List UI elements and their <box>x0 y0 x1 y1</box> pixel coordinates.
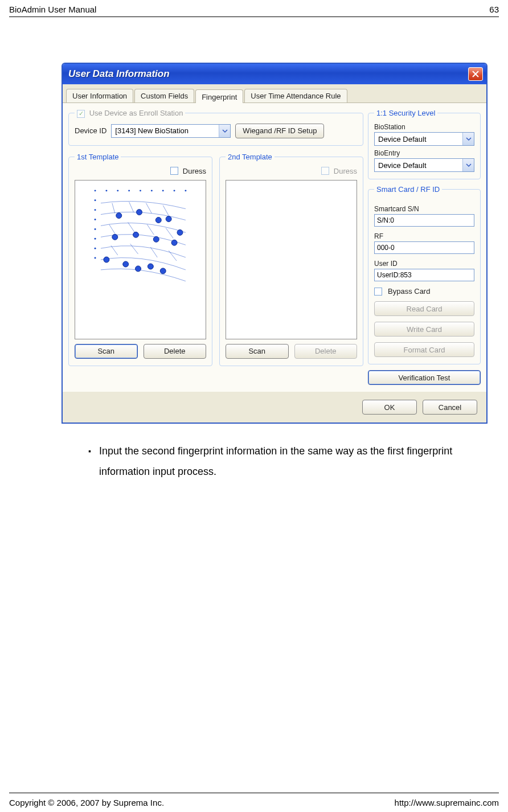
svg-point-11 <box>95 219 96 220</box>
read-card-button: Read Card <box>374 301 474 316</box>
svg-point-1 <box>105 190 107 191</box>
template1-delete-button[interactable]: Delete <box>144 344 207 359</box>
bioentry-value: Device Default <box>378 161 427 170</box>
security-legend: 1:1 Security Level <box>374 109 437 117</box>
svg-point-18 <box>155 217 161 223</box>
tab-custom-fields[interactable]: Custom Fields <box>134 89 194 102</box>
svg-point-25 <box>136 265 141 271</box>
userid-label: User ID <box>374 260 474 268</box>
svg-point-13 <box>95 237 96 239</box>
svg-point-29 <box>177 229 183 235</box>
svg-point-28 <box>166 216 171 222</box>
enroll-legend-text: Use Device as Enroll Station <box>89 109 183 117</box>
svg-point-2 <box>117 190 118 191</box>
svg-point-27 <box>160 268 166 273</box>
copyright-text: Copyright © 2006, 2007 by Suprema Inc. <box>9 798 164 807</box>
format-card-button: Format Card <box>374 342 474 357</box>
svg-point-21 <box>153 236 159 242</box>
enroll-station-group: Use Device as Enroll Station Device ID [… <box>68 109 363 146</box>
template1-preview <box>75 180 206 339</box>
smartcard-group: Smart Card / RF ID Smartcard S/N RF User… <box>368 185 481 364</box>
svg-point-10 <box>95 209 96 211</box>
svg-point-20 <box>133 232 139 237</box>
tab-fingerprint[interactable]: Fingerprint <box>195 89 243 103</box>
svg-point-0 <box>95 190 96 191</box>
dialog-footer: OK Cancel <box>63 392 486 423</box>
second-template-legend: 2nd Template <box>226 153 275 161</box>
duress2-checkbox <box>321 167 329 175</box>
chevron-down-icon <box>219 125 230 137</box>
duress1-label: Duress <box>183 167 206 175</box>
close-icon[interactable] <box>468 67 483 81</box>
tab-user-information[interactable]: User Information <box>66 89 133 102</box>
cancel-button[interactable]: Cancel <box>423 400 477 415</box>
svg-point-7 <box>174 190 175 191</box>
chevron-down-icon <box>462 133 474 145</box>
smartcard-sn-label: Smartcard S/N <box>374 205 474 213</box>
svg-point-15 <box>95 257 96 259</box>
template2-delete-button: Delete <box>294 344 358 359</box>
write-card-button: Write Card <box>374 322 474 337</box>
device-id-value: [3143] New BioStation <box>115 126 189 135</box>
user-data-info-dialog: User Data Information User Information C… <box>62 63 487 424</box>
rf-label: RF <box>374 232 474 240</box>
bypass-card-label: Bypass Card <box>388 287 430 296</box>
svg-point-9 <box>95 199 96 201</box>
svg-point-19 <box>112 234 118 240</box>
dialog-titlebar: User Data Information <box>63 64 486 84</box>
footer-url: http://www.supremainc.com <box>395 798 499 807</box>
duress1-checkbox[interactable] <box>170 167 178 175</box>
page-number: 63 <box>489 5 499 14</box>
dialog-title: User Data Information <box>68 68 170 80</box>
biostation-value: Device Default <box>378 135 427 143</box>
bullet-text: Input the second fingerprint information… <box>99 441 487 482</box>
svg-point-26 <box>148 263 153 269</box>
second-template-group: 2nd Template Duress Scan Delete <box>219 153 363 366</box>
duress2-label: Duress <box>334 167 357 175</box>
svg-point-4 <box>140 190 141 191</box>
biostation-select[interactable]: Device Default <box>374 132 474 146</box>
rf-input[interactable] <box>374 241 474 254</box>
svg-point-5 <box>151 190 153 191</box>
svg-point-8 <box>185 190 186 191</box>
bullet-marker: ▪ <box>88 441 91 482</box>
template2-scan-button[interactable]: Scan <box>226 344 289 359</box>
header-divider <box>9 17 499 17</box>
first-template-group: 1st Template Duress <box>68 153 212 366</box>
svg-point-14 <box>95 247 96 249</box>
ok-button[interactable]: OK <box>362 400 417 415</box>
device-id-label: Device ID <box>75 126 106 135</box>
svg-point-16 <box>116 212 122 218</box>
smartcard-legend: Smart Card / RF ID <box>374 185 442 194</box>
bioentry-select[interactable]: Device Default <box>374 158 474 172</box>
svg-point-17 <box>137 209 142 215</box>
template2-preview <box>226 180 357 339</box>
svg-point-3 <box>128 190 130 191</box>
bioentry-label: BioEntry <box>374 149 474 157</box>
svg-point-23 <box>104 257 109 263</box>
tab-time-attendance[interactable]: User Time Attendance Rule <box>244 89 347 102</box>
svg-point-22 <box>171 240 177 245</box>
verification-test-button[interactable]: Verification Test <box>368 370 481 385</box>
tab-strip: User Information Custom Fields Fingerpri… <box>63 84 486 103</box>
wiegand-setup-button[interactable]: Wiegand /RF ID Setup <box>235 124 324 138</box>
security-level-group: 1:1 Security Level BioStation Device Def… <box>368 109 481 179</box>
userid-input[interactable] <box>374 269 474 281</box>
use-device-checkbox <box>77 110 85 118</box>
bypass-card-checkbox[interactable] <box>374 288 382 296</box>
chevron-down-icon <box>462 159 474 171</box>
device-id-select[interactable]: [3143] New BioStation <box>111 124 231 138</box>
svg-point-24 <box>123 261 129 266</box>
biostation-label: BioStation <box>374 123 474 131</box>
smartcard-sn-input[interactable] <box>374 214 474 227</box>
svg-point-12 <box>95 228 96 229</box>
first-template-legend: 1st Template <box>75 153 121 161</box>
enroll-legend: Use Device as Enroll Station <box>75 109 185 118</box>
template1-scan-button[interactable]: Scan <box>75 344 138 359</box>
svg-point-6 <box>162 190 164 191</box>
doc-title: BioAdmin User Manual <box>9 5 96 14</box>
